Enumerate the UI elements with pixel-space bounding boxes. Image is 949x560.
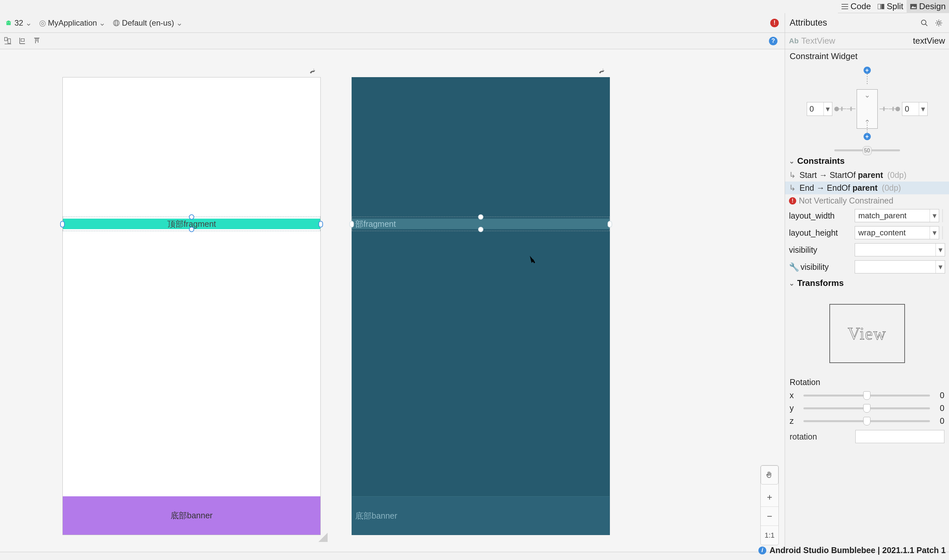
attributes-header: Attributes [785, 13, 949, 33]
constraint-handle-right[interactable] [318, 221, 323, 228]
more-icon[interactable] [943, 209, 945, 222]
chevron-down-icon[interactable]: ▾ [935, 243, 945, 256]
svg-point-4 [7, 22, 8, 23]
constraint-dotline [867, 122, 867, 133]
rotation-z-slider[interactable] [804, 420, 930, 422]
slider-thumb[interactable] [863, 417, 870, 425]
design-surface[interactable]: 顶部fragment 底部banner 部fragment 底部banner +… [0, 49, 785, 552]
constraint-error-row[interactable]: ! Not Vertically Constrained [785, 194, 949, 207]
zoom-in-button[interactable]: + [761, 488, 778, 507]
design-tools-toolbar: ? [0, 33, 785, 49]
split-icon [877, 3, 884, 10]
constraint-widget[interactable]: + ⌄ ⌃ + ⊣⊢⊣⊢ ⊣⊢⊣⊢ 0▾ 0▾ [785, 65, 949, 153]
constraint-handle-right[interactable] [608, 221, 612, 228]
help-badge-icon[interactable]: ? [769, 37, 778, 45]
svg-point-5 [9, 22, 10, 23]
bias-slider[interactable] [834, 149, 900, 151]
app-name: MyApplication [48, 18, 97, 28]
error-icon: ! [789, 197, 796, 205]
app-selector[interactable]: ◎ MyApplication ⌄ [37, 18, 108, 28]
slider-thumb[interactable] [863, 391, 870, 400]
device-preview-light[interactable]: 顶部fragment 底部banner [62, 77, 321, 535]
svg-rect-10 [21, 39, 24, 42]
chevron-down-icon: ⌄ [789, 279, 795, 287]
svg-point-11 [921, 20, 926, 25]
zoom-out-button[interactable]: − [761, 507, 778, 526]
chevron-down-icon[interactable]: ▾ [935, 261, 945, 273]
rotation-x-slider[interactable] [804, 395, 930, 397]
add-constraint-bottom-icon[interactable]: + [864, 133, 871, 140]
margin-left-field[interactable]: 0▾ [807, 102, 832, 116]
wrench-icon: 🔧 [789, 262, 799, 271]
view-preview-box: View [829, 304, 905, 363]
component-type: TextView [801, 36, 910, 46]
component-type-row: Ab TextView textView [785, 33, 949, 49]
chevron-down-icon: ⌄ [99, 18, 105, 28]
slider-thumb[interactable] [863, 404, 870, 412]
constraint-handle-left[interactable] [349, 221, 354, 228]
info-icon: i [758, 546, 766, 554]
svg-rect-9 [8, 39, 11, 43]
resize-handle-icon[interactable] [318, 533, 328, 542]
main-toolbar: 32 ⌄ ◎ MyApplication ⌄ Default (en-us) ⌄… [0, 13, 785, 33]
rotation-label: Rotation [785, 376, 949, 389]
tab-design[interactable]: Design [907, 0, 949, 13]
spring-icon: ⊣⊢⊣⊢ [879, 105, 897, 112]
visibility-field[interactable]: ▾ [855, 243, 945, 256]
constraint-row-end[interactable]: ↳ End → EndOf parent (0dp) [785, 182, 949, 194]
locale-value: Default (en-us) [122, 18, 174, 28]
chevron-down-icon[interactable]: ▾ [919, 102, 927, 115]
transforms-section-header[interactable]: ⌄ Transforms [785, 275, 949, 291]
constraint-handle-top[interactable] [478, 214, 483, 220]
search-icon[interactable] [919, 17, 930, 29]
more-icon[interactable] [943, 226, 945, 239]
constraint-dotline [867, 74, 867, 85]
gear-icon[interactable] [933, 17, 944, 29]
margin-right-field[interactable]: 0▾ [902, 102, 927, 116]
constraint-handle-top[interactable] [189, 214, 194, 220]
transforms-section-label: Transforms [797, 278, 844, 288]
anchor-dot-icon[interactable] [834, 107, 839, 111]
wrench-icon[interactable] [309, 67, 316, 74]
align-tool-icon[interactable] [4, 37, 12, 45]
hamburger-icon [841, 3, 849, 10]
layout-width-field[interactable]: match_parent▾ [855, 209, 939, 222]
error-badge-icon[interactable]: ! [770, 19, 779, 27]
status-notification[interactable]: i Android Studio Bumblebee | 2021.1.1 Pa… [758, 546, 946, 555]
chevron-down-icon[interactable]: ▾ [930, 226, 939, 239]
constraints-section-header[interactable]: ⌄ Constraints [785, 153, 949, 169]
device-preview-blueprint[interactable]: 部fragment 底部banner [352, 77, 610, 535]
pan-button[interactable] [761, 465, 778, 485]
bottom-banner-bp[interactable]: 底部banner [352, 496, 610, 535]
clear-tool-icon[interactable] [33, 37, 42, 45]
wrench-icon[interactable] [598, 67, 605, 74]
chevron-down-icon[interactable]: ▾ [824, 102, 832, 115]
rotation-x-row: x 0 [785, 389, 949, 402]
chevron-down-icon: ⌄ [789, 157, 795, 165]
android-icon [5, 19, 12, 27]
transforms-preview[interactable]: View [785, 291, 949, 376]
tools-visibility-field[interactable]: ▾ [855, 260, 945, 274]
layout-width-row: layout_width match_parent▾ [785, 207, 949, 224]
constraint-handle-left[interactable] [60, 221, 65, 228]
layout-height-field[interactable]: wrap_content▾ [855, 226, 939, 239]
status-bar: i Android Studio Bumblebee | 2021.1.1 Pa… [0, 552, 949, 560]
tab-design-label: Design [919, 1, 946, 11]
api-level-selector[interactable]: 32 ⌄ [3, 18, 34, 28]
zoom-reset-button[interactable]: 1:1 [761, 526, 778, 545]
rotation-input-field[interactable] [855, 430, 944, 443]
constraint-row-start[interactable]: ↳ Start → StartOf parent (0dp) [785, 169, 949, 182]
constraint-handle-bottom[interactable] [189, 227, 194, 232]
guideline-tool-icon[interactable] [19, 37, 27, 45]
chevron-down-icon[interactable]: ▾ [930, 209, 939, 222]
constraint-widget-title: Constraint Widget [785, 49, 949, 65]
component-id: textView [913, 36, 945, 46]
constraint-handle-bottom[interactable] [478, 227, 483, 232]
tab-split[interactable]: Split [874, 0, 907, 13]
rotation-y-slider[interactable] [804, 408, 930, 409]
tab-code[interactable]: Code [838, 0, 874, 13]
anchor-dot-icon[interactable] [895, 107, 900, 111]
locale-selector[interactable]: Default (en-us) ⌄ [111, 18, 185, 28]
add-constraint-top-icon[interactable]: + [864, 67, 871, 74]
bottom-banner[interactable]: 底部banner [63, 496, 320, 535]
